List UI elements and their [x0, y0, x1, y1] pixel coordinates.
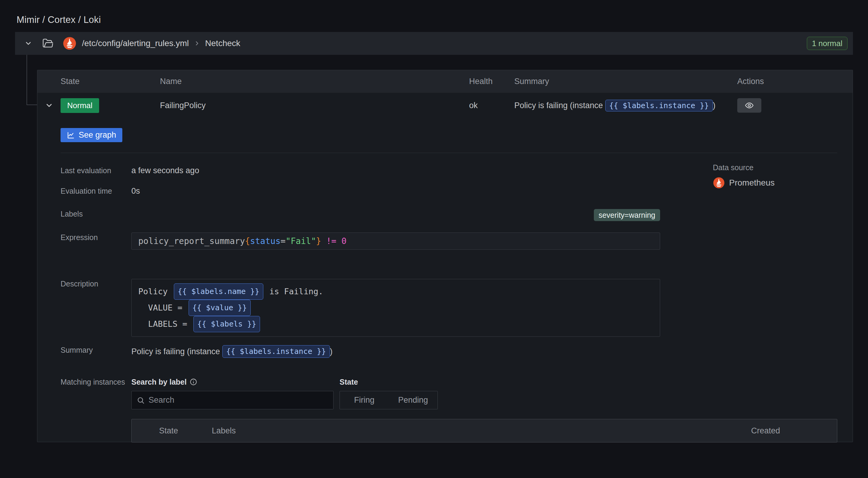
chevron-down-icon [45, 101, 53, 109]
prometheus-icon [713, 177, 725, 189]
label-search-box [131, 391, 334, 409]
field-label: Expression [61, 232, 131, 242]
instances-column-created: Created [751, 426, 837, 436]
search-icon [136, 396, 145, 405]
column-header-health: Health [469, 77, 514, 86]
template-chip: {{ $labels.instance }} [605, 100, 713, 111]
expression-row: Expression policy_report_summary{status=… [61, 232, 837, 250]
column-header-state: State [61, 77, 160, 86]
section-divider [61, 153, 837, 153]
template-chip: {{ $labels.instance }} [222, 345, 330, 358]
tree-guide-horizontal [27, 104, 37, 105]
state-filter-group: Firing Pending [340, 391, 438, 409]
group-collapse-button[interactable] [23, 38, 34, 49]
filter-firing-button[interactable]: Firing [340, 391, 389, 409]
rule-name: FailingPolicy [160, 101, 469, 110]
instances-column-labels: Labels [212, 426, 751, 436]
expression-code: policy_report_summary{status="Fail"} != … [131, 232, 660, 250]
column-header-actions: Actions [737, 77, 852, 86]
chevron-down-icon [24, 39, 32, 47]
rule-group-bar: /etc/config/alerting_rules.yml Netcheck … [15, 32, 853, 55]
rule-row: Normal FailingPolicy ok Policy is failin… [37, 93, 852, 118]
chart-line-icon [67, 131, 75, 139]
datasource-block: Data source Prometheus [713, 163, 775, 189]
prometheus-icon [63, 36, 76, 50]
rule-health: ok [469, 101, 514, 110]
rule-group-name: Netcheck [205, 38, 241, 48]
field-label: Matching instances [61, 377, 131, 387]
instance-filters: Search by label [131, 377, 837, 409]
instances-table-header: State Labels Created [131, 419, 837, 442]
status-badge: 1 normal [807, 37, 847, 50]
filter-pending-button[interactable]: Pending [389, 391, 437, 409]
field-label: Description [61, 279, 131, 289]
field-label: Summary [61, 345, 131, 355]
tree-guide-vertical [27, 55, 27, 105]
instances-column-state: State [159, 426, 212, 436]
column-header-summary: Summary [514, 77, 737, 86]
folder-icon [41, 37, 54, 50]
page-title: Mimir / Cortex / Loki [17, 14, 101, 25]
datasource-label: Data source [713, 163, 775, 172]
see-graph-button[interactable]: See graph [61, 128, 122, 142]
field-label: Labels [61, 209, 131, 219]
summary-value: Policy is failing (instance {{ $labels.i… [131, 345, 837, 358]
info-icon[interactable] [189, 378, 197, 386]
state-filter-label: State [340, 377, 358, 387]
rule-state-badge: Normal [61, 98, 99, 113]
rule-file-path: /etc/config/alerting_rules.yml [82, 38, 189, 48]
rule-panel: State Name Health Summary Actions Normal… [37, 70, 853, 442]
field-label: Last evaluation [61, 166, 131, 175]
label-chip: severity=warning [594, 209, 660, 221]
rule-summary-cell: Policy is failing (instance {{ $labels.i… [514, 100, 737, 111]
column-header-name: Name [160, 77, 469, 86]
grafana-alert-rules-page: Mimir / Cortex / Loki /etc/config/alerti… [0, 0, 868, 478]
template-chip: {{ $value }} [189, 300, 251, 316]
rules-table-header: State Name Health Summary Actions [37, 70, 852, 93]
view-rule-button[interactable] [737, 98, 761, 113]
field-label: Evaluation time [61, 186, 131, 196]
chevron-right-icon [194, 40, 200, 47]
template-chip: {{ $labels.name }} [174, 283, 263, 300]
description-row: Description Policy {{ $labels.name }} is… [61, 279, 837, 337]
eye-icon [744, 101, 754, 110]
summary-row: Summary Policy is failing (instance {{ $… [61, 345, 837, 358]
description-box: Policy {{ $labels.name }} is Failing. VA… [131, 279, 660, 337]
search-input[interactable] [149, 395, 329, 405]
template-chip: {{ $labels }} [193, 316, 260, 332]
datasource-name: Prometheus [729, 178, 775, 188]
rule-expand-button[interactable] [37, 101, 61, 109]
labels-row: Labels severity=warning [61, 209, 837, 221]
matching-instances-row: Matching instances Search by label [61, 377, 837, 442]
search-by-label-label: Search by label [131, 377, 186, 387]
